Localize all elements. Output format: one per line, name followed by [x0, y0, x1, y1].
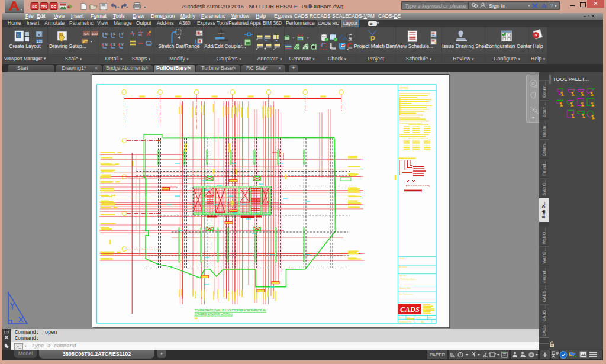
- svg-text:P: P: [370, 35, 375, 43]
- svg-text:DRAWING No: DRAWING No: [399, 321, 412, 323]
- svg-text:V: V: [121, 32, 124, 36]
- svg-text:SC: SC: [32, 5, 37, 8]
- svg-text:L: L: [17, 33, 20, 38]
- svg-text:V: V: [121, 43, 124, 46]
- svg-text:Job title: Job title: [399, 275, 406, 277]
- svg-text:2D: 2D: [534, 85, 539, 88]
- svg-text:time: time: [428, 317, 432, 319]
- svg-text:A1: A1: [421, 321, 424, 323]
- svg-text:TOWER CRA-T01.2 WALL PULL-OUT: TOWER CRA-T01.2 WALL PULL-OUT TOP REINFO…: [195, 308, 266, 312]
- svg-text:rev: rev: [399, 317, 402, 319]
- svg-text:M: M: [105, 32, 108, 36]
- svg-text:S: S: [113, 32, 115, 36]
- svg-text:?: ?: [534, 33, 537, 38]
- svg-text:Drawing title: Drawing title: [399, 287, 411, 289]
- svg-text:DE: DE: [51, 5, 56, 8]
- svg-text:SA: SA: [84, 32, 89, 36]
- svg-text:Pull Out Bars: Pull Out Bars: [400, 278, 416, 281]
- svg-text:scale: scale: [416, 317, 421, 319]
- svg-text:Sign In: Sign In: [489, 3, 505, 9]
- svg-text:M: M: [105, 43, 108, 46]
- svg-text:1:20: 1:20: [92, 32, 98, 36]
- svg-text:NOTES: NOTES: [399, 87, 409, 90]
- svg-text:PPJ: PPJ: [41, 5, 47, 8]
- svg-text:Site Reference: Site Reference: [399, 293, 413, 295]
- svg-text:Client: Client: [399, 257, 404, 260]
- svg-text:V: V: [38, 33, 40, 36]
- svg-text:(LOWER PLAZA LEVEL +15.650m): (LOWER PLAZA LEVEL +15.650m): [195, 313, 233, 316]
- svg-text:S: S: [113, 43, 115, 46]
- svg-text:Architect: Architect: [399, 266, 407, 268]
- svg-text:CADS: CADS: [400, 305, 420, 314]
